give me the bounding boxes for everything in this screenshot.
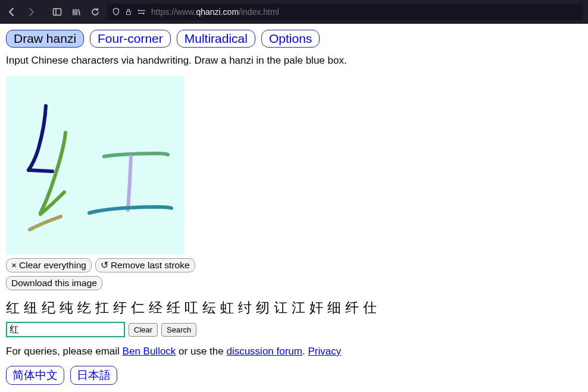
remove-last-label: Remove last stroke bbox=[111, 260, 190, 271]
forward-button[interactable] bbox=[24, 5, 38, 19]
footer-text: For queries, please email Ben Bullock or… bbox=[6, 346, 582, 357]
lang-zh-button[interactable]: 简体中文 bbox=[6, 366, 64, 385]
tab-options[interactable]: Options bbox=[261, 30, 320, 48]
footer-middle: or use the bbox=[176, 346, 226, 357]
candidate-char[interactable]: 纪 bbox=[42, 299, 56, 317]
candidate-char[interactable]: 仕 bbox=[363, 299, 377, 317]
candidate-char[interactable]: 纫 bbox=[256, 299, 270, 317]
tab-draw-hanzi[interactable]: Draw hanzi bbox=[6, 30, 84, 48]
clear-button[interactable]: Clear bbox=[129, 323, 158, 337]
search-button[interactable]: Search bbox=[161, 323, 196, 337]
candidate-char[interactable]: 细 bbox=[327, 299, 342, 317]
permissions-icon bbox=[137, 8, 146, 16]
library-icon[interactable] bbox=[69, 5, 83, 19]
clear-everything-label: Clear everything bbox=[19, 260, 86, 271]
canvas-buttons: × Clear everything ↺ Remove last stroke … bbox=[6, 258, 208, 290]
candidate-char[interactable]: 纴 bbox=[167, 299, 181, 317]
privacy-link[interactable]: Privacy bbox=[308, 346, 341, 357]
candidate-char[interactable]: 纯 bbox=[60, 299, 74, 317]
candidate-char[interactable]: 纤 bbox=[345, 299, 359, 317]
candidate-char[interactable]: 纡 bbox=[113, 299, 127, 317]
candidate-char[interactable]: 叿 bbox=[184, 299, 199, 317]
lang-ja-button[interactable]: 日本語 bbox=[70, 366, 117, 385]
candidate-list: 红纽纪纯纥扛纡仁经纴叿纭虹纣纫讧江奸细纤仕 bbox=[6, 299, 582, 317]
reload-button[interactable] bbox=[88, 5, 102, 19]
tab-four-corner[interactable]: Four-corner bbox=[90, 30, 171, 48]
sidebar-toggle-icon[interactable] bbox=[50, 5, 64, 19]
download-image-button[interactable]: Download this image bbox=[6, 276, 102, 290]
candidate-char[interactable]: 纭 bbox=[202, 299, 217, 317]
candidate-char[interactable]: 虹 bbox=[220, 299, 234, 317]
candidate-char[interactable]: 纣 bbox=[238, 299, 252, 317]
lock-icon bbox=[125, 8, 132, 16]
svg-point-5 bbox=[143, 12, 145, 14]
url-bar[interactable]: https://www.qhanzi.com/index.html bbox=[107, 4, 583, 20]
candidate-char[interactable]: 讧 bbox=[274, 299, 288, 317]
download-label: Download this image bbox=[11, 278, 97, 288]
candidate-char[interactable]: 奸 bbox=[309, 299, 324, 317]
clear-everything-button[interactable]: × Clear everything bbox=[6, 258, 92, 272]
svg-rect-2 bbox=[127, 11, 131, 14]
candidate-char[interactable]: 纥 bbox=[77, 299, 92, 317]
candidate-char[interactable]: 仁 bbox=[131, 299, 145, 317]
hanzi-input[interactable] bbox=[6, 322, 125, 337]
undo-icon: ↺ bbox=[101, 260, 108, 271]
forum-link[interactable]: discussion forum bbox=[226, 346, 302, 357]
tab-multiradical[interactable]: Multiradical bbox=[177, 30, 255, 48]
url-text: https://www.qhanzi.com/index.html bbox=[151, 7, 279, 17]
remove-last-stroke-button[interactable]: ↺ Remove last stroke bbox=[95, 258, 195, 272]
candidate-char[interactable]: 经 bbox=[149, 299, 163, 317]
svg-rect-0 bbox=[54, 9, 61, 15]
candidate-char[interactable]: 纽 bbox=[24, 299, 38, 317]
x-icon: × bbox=[11, 260, 17, 271]
input-row: Clear Search bbox=[6, 322, 582, 337]
drawing-canvas[interactable] bbox=[6, 76, 184, 255]
candidate-char[interactable]: 江 bbox=[292, 299, 306, 317]
instructions-text: Input Chinese characters via handwriting… bbox=[6, 55, 582, 67]
shield-icon bbox=[112, 8, 120, 16]
language-row: 简体中文 日本語 bbox=[6, 366, 582, 385]
candidate-char[interactable]: 扛 bbox=[95, 299, 110, 317]
page-content: Draw hanzi Four-corner Multiradical Opti… bbox=[0, 24, 588, 391]
svg-point-3 bbox=[138, 10, 140, 11]
back-button[interactable] bbox=[5, 5, 19, 19]
mode-tabs: Draw hanzi Four-corner Multiradical Opti… bbox=[6, 30, 582, 48]
footer-prefix: For queries, please email bbox=[6, 346, 123, 357]
browser-chrome: https://www.qhanzi.com/index.html bbox=[0, 0, 588, 24]
email-link[interactable]: Ben Bullock bbox=[123, 346, 176, 357]
candidate-char[interactable]: 红 bbox=[6, 299, 20, 317]
